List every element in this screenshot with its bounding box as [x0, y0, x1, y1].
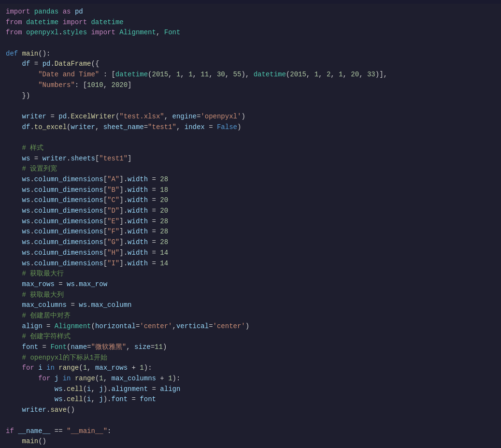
code-line-26: # 获取最大行 — [6, 269, 495, 279]
code-line-38: ws.cell(i, j).font = font — [6, 394, 495, 405]
code-line-15: ws = writer.sheets["test1"] — [6, 154, 495, 164]
code-line-11: writer = pd.ExcelWriter("test.xlsx", eng… — [6, 112, 495, 122]
code-line-28: # 获取最大列 — [6, 290, 495, 301]
code-line-35: for i in range(1, max_rows + 1): — [6, 363, 495, 374]
code-line-4 — [6, 38, 495, 49]
code-line-3: from openpyxl.styles import Alignment, F… — [6, 28, 495, 38]
code-line-24: ws.column_dimensions["H"].width = 14 — [6, 248, 495, 259]
code-line-36: for j in range(1, max_columns + 1): — [6, 374, 495, 384]
code-line-40 — [6, 416, 495, 426]
code-line-18: ws.column_dimensions["B"].width = 18 — [6, 185, 495, 196]
code-line-41: if __name__ == "__main__": — [6, 426, 495, 437]
code-line-39: writer.save() — [6, 405, 495, 416]
code-line-29: max_columns = ws.max_column — [6, 300, 495, 311]
code-line-2: from datetime import datetime — [6, 17, 495, 28]
code-line-42: main() — [6, 436, 495, 447]
code-line-23: ws.column_dimensions["G"].width = 28 — [6, 237, 495, 248]
code-line-25: ws.column_dimensions["I"].width = 14 — [6, 259, 495, 269]
code-line-27: max_rows = ws.max_row — [6, 279, 495, 290]
code-line-13 — [6, 132, 495, 143]
code-line-1: import pandas as pd — [6, 7, 495, 17]
code-line-19: ws.column_dimensions["C"].width = 20 — [6, 195, 495, 206]
code-line-21: ws.column_dimensions["E"].width = 28 — [6, 217, 495, 227]
code-line-14: # 样式 — [6, 143, 495, 154]
code-line-20: ws.column_dimensions["D"].width = 20 — [6, 206, 495, 217]
code-line-17: ws.column_dimensions["A"].width = 28 — [6, 174, 495, 185]
code-line-32: # 创建字符样式 — [6, 332, 495, 342]
code-line-34: # openpyxl的下标从1开始 — [6, 353, 495, 363]
code-line-5: def main(): — [6, 49, 495, 59]
code-editor: import pandas as pd from datetime import… — [0, 4, 501, 448]
code-line-8: "Numbers": [1010, 2020] — [6, 80, 495, 91]
code-line-22: ws.column_dimensions["F"].width = 28 — [6, 227, 495, 237]
code-line-37: ws.cell(i, j).alignment = align — [6, 384, 495, 395]
code-line-9: }) — [6, 91, 495, 101]
code-line-12: df.to_excel(writer, sheet_name="test1", … — [6, 122, 495, 133]
code-line-16: # 设置列宽 — [6, 164, 495, 174]
code-line-6: df = pd.DataFrame({ — [6, 59, 495, 70]
code-line-31: align = Alignment(horizontal='center',ve… — [6, 321, 495, 332]
code-line-30: # 创建居中对齐 — [6, 311, 495, 321]
code-line-33: font = Font(name="微软雅黑", size=11) — [6, 342, 495, 353]
code-line-10 — [6, 101, 495, 112]
code-line-7: "Date and Time" : [datetime(2015, 1, 1, … — [6, 70, 495, 80]
